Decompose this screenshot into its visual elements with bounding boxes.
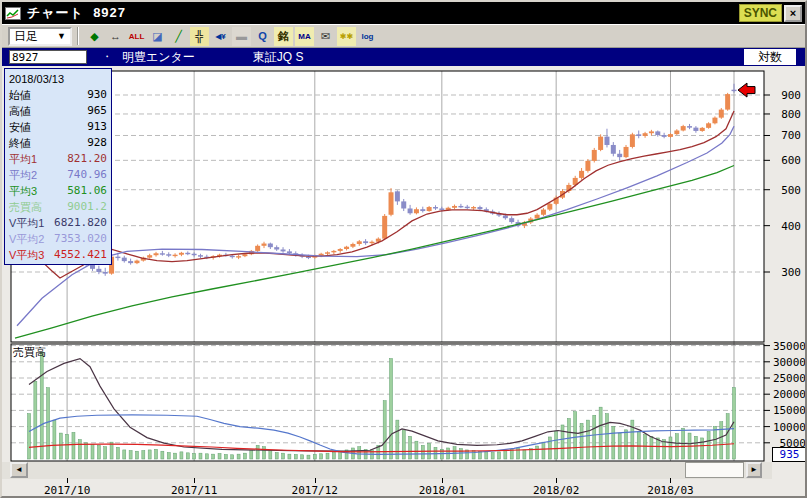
- svg-text:700: 700: [781, 129, 801, 142]
- svg-text:800: 800: [781, 108, 801, 121]
- quote-row-label: V平均2: [9, 231, 44, 247]
- x-axis-tick: [556, 478, 557, 483]
- stock-info-bar: ・ 明豊エンター 東証JQ S 対数: [2, 48, 805, 66]
- quote-info-panel: 2018/03/13 始値930高値965安値913終値928平均1821.20…: [4, 68, 112, 265]
- svg-text:600: 600: [781, 154, 801, 167]
- quote-row-value: 965: [87, 103, 107, 119]
- svg-text:500: 500: [781, 184, 801, 197]
- x-axis-tick: [194, 478, 195, 483]
- quote-row-label: 始値: [9, 87, 31, 103]
- show-all-icon[interactable]: ALL: [127, 27, 146, 46]
- chart-window: チャート 8927 SYNC × 日足 ▼ ◆↔ALL◪╱╬◀¥▬Q銘MA✉✱✱…: [0, 0, 807, 498]
- quote-row-label: 安値: [9, 119, 31, 135]
- window-title: チャート 8927: [27, 4, 126, 22]
- x-axis-label: 2017/10: [42, 484, 92, 497]
- quote-row: 売買高9001.2: [9, 199, 107, 215]
- quote-row-label: 平均1: [9, 151, 37, 167]
- volume-pane-label: 売買高: [13, 345, 46, 360]
- close-icon[interactable]: ×: [784, 5, 802, 22]
- quote-row-value: 9001.2: [67, 199, 107, 215]
- grid-split-icon[interactable]: ╬: [190, 27, 209, 46]
- chart-app-icon: [5, 7, 21, 20]
- svg-text:15000: 15000: [773, 404, 805, 417]
- log-scale-icon[interactable]: log: [358, 27, 377, 46]
- stock-code-input[interactable]: [9, 50, 87, 64]
- ruler-icon[interactable]: ▬: [232, 27, 251, 46]
- quote-row: 高値965: [9, 103, 107, 119]
- quote-row-label: 売買高: [9, 199, 42, 215]
- quote-row: 始値930: [9, 87, 107, 103]
- bullet-icon: ・: [102, 50, 112, 64]
- quote-row: 平均2740.96: [9, 167, 107, 183]
- price-volume-chart[interactable]: 9008007006005004003003500030000250002000…: [2, 66, 805, 496]
- quote-row-value: 930: [87, 87, 107, 103]
- quote-row-label: 終値: [9, 135, 31, 151]
- x-axis-label: 2017/12: [290, 484, 340, 497]
- candle-narrow-icon[interactable]: ↔: [106, 27, 125, 46]
- x-axis-label: 2018/02: [531, 484, 581, 497]
- stock-name: 明豊エンター: [122, 49, 195, 66]
- x-axis-tick: [670, 478, 671, 483]
- x-axis-tick: [67, 478, 68, 483]
- x-axis-tick: [442, 478, 443, 483]
- x-axis-label: 2017/11: [169, 484, 219, 497]
- svg-text:300: 300: [781, 266, 801, 279]
- quote-row: 安値913: [9, 119, 107, 135]
- svg-text:25000: 25000: [773, 372, 805, 385]
- period-dropdown-label: 日足: [14, 28, 38, 45]
- title-bar: チャート 8927 SYNC ×: [2, 2, 805, 24]
- x-axis-tick: [315, 478, 316, 483]
- svg-text:20000: 20000: [773, 388, 805, 401]
- sync-button[interactable]: SYNC: [739, 4, 782, 22]
- quote-row-value: 6821.820: [54, 215, 107, 231]
- candle-widen-icon[interactable]: ◆: [85, 27, 104, 46]
- quote-row-value: 740.96: [67, 167, 107, 183]
- quote-row-label: 平均2: [9, 167, 37, 183]
- svg-text:30000: 30000: [773, 356, 805, 369]
- quote-row: V平均27353.020: [9, 231, 107, 247]
- quote-row: 平均1821.20: [9, 151, 107, 167]
- quote-row-label: 平均3: [9, 183, 37, 199]
- x-axis-label: 2018/01: [417, 484, 467, 497]
- svg-text:35000: 35000: [773, 340, 805, 353]
- quote-row-value: 581.06: [67, 183, 107, 199]
- envelope-icon[interactable]: ✉: [316, 27, 335, 46]
- quote-row: 平均3581.06: [9, 183, 107, 199]
- toolbar: 日足 ▼ ◆↔ALL◪╱╬◀¥▬Q銘MA✉✱✱log: [2, 24, 805, 48]
- quote-row-value: 4552.421: [54, 247, 107, 263]
- quote-row-value: 7353.020: [54, 231, 107, 247]
- quote-row: V平均16821.820: [9, 215, 107, 231]
- svg-text:400: 400: [781, 220, 801, 233]
- last-price-box: 935: [772, 447, 807, 462]
- period-dropdown[interactable]: 日足 ▼: [8, 27, 72, 46]
- svg-text:10000: 10000: [773, 421, 805, 434]
- eraser-icon[interactable]: ◪: [148, 27, 167, 46]
- quote-row-value: 928: [87, 135, 107, 151]
- quote-row-value: 821.20: [67, 151, 107, 167]
- quote-row-value: 913: [87, 119, 107, 135]
- x-axis-label: 2018/03: [645, 484, 695, 497]
- settings-gears-icon[interactable]: ✱✱: [337, 27, 356, 46]
- trendline-icon[interactable]: ╱: [169, 27, 188, 46]
- quote-date: 2018/03/13: [9, 71, 107, 87]
- moving-average-icon[interactable]: MA: [295, 27, 314, 46]
- quote-row-label: V平均1: [9, 215, 44, 231]
- x-axis-labels: 2017/102017/112017/122018/012018/022018/…: [2, 476, 805, 496]
- quote-row-label: V平均3: [9, 247, 44, 263]
- quote-row: 終値928: [9, 135, 107, 151]
- stock-select-icon[interactable]: 銘: [274, 27, 293, 46]
- log-scale-button[interactable]: 対数: [744, 49, 796, 65]
- quote-row: V平均34552.421: [9, 247, 107, 263]
- chart-area: 9008007006005004003003500030000250002000…: [2, 66, 805, 496]
- market-name: 東証JQ S: [253, 49, 304, 66]
- currency-scale-icon[interactable]: ◀¥: [211, 27, 230, 46]
- svg-text:900: 900: [781, 89, 801, 102]
- zoom-icon[interactable]: Q: [253, 27, 272, 46]
- quote-row-label: 高値: [9, 103, 31, 119]
- toolbar-separator: [77, 27, 79, 45]
- chevron-down-icon: ▼: [57, 31, 66, 41]
